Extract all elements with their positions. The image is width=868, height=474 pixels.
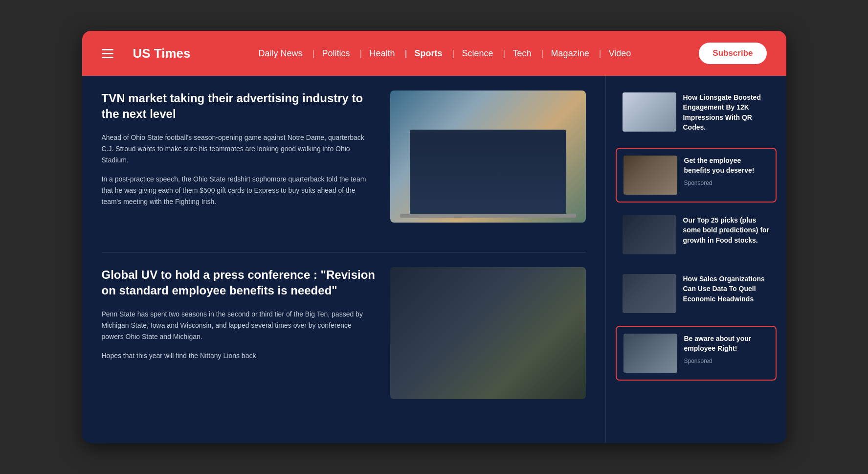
sidebar-item-2[interactable]: Get the employee benefits you deserve! S… xyxy=(616,148,777,203)
articles-section: TVN market taking their advertising indu… xyxy=(82,76,605,443)
article-1: TVN market taking their advertising indu… xyxy=(102,90,586,237)
sidebar-sponsored-label-5: Sponsored xyxy=(684,358,769,364)
nav-science[interactable]: Science xyxy=(452,48,503,59)
laptop-illustration xyxy=(390,90,586,223)
sidebar-item-4[interactable]: How Sales Organizations Can Use Data To … xyxy=(616,267,777,320)
sidebar-title-3[interactable]: Our Top 25 picks (plus some bold predict… xyxy=(683,215,770,245)
sidebar-title-1[interactable]: How Lionsgate Boosted Engagement By 12K … xyxy=(683,92,770,132)
browser-frame: US Times Daily News Politics Health Spor… xyxy=(82,31,786,443)
main-content: TVN market taking their advertising indu… xyxy=(82,76,786,443)
article-2-body1: Penn State has spent two seasons in the … xyxy=(102,309,376,342)
sidebar-thumb-1 xyxy=(623,92,676,132)
article-2-body2: Hopes that this year will find the Nitta… xyxy=(102,350,376,361)
sidebar-title-4[interactable]: How Sales Organizations Can Use Data To … xyxy=(683,274,770,304)
sidebar-title-2[interactable]: Get the employee benefits you deserve! xyxy=(684,156,769,176)
nav-video[interactable]: Video xyxy=(599,48,641,59)
article-1-image-placeholder xyxy=(390,90,586,223)
menu-icon[interactable] xyxy=(102,49,113,58)
header: US Times Daily News Politics Health Spor… xyxy=(82,31,786,76)
article-1-body2: In a post-practice speech, the Ohio Stat… xyxy=(102,174,376,207)
sidebar-text-3: Our Top 25 picks (plus some bold predict… xyxy=(683,215,770,248)
main-nav: Daily News Politics Health Sports Scienc… xyxy=(210,48,680,59)
article-2-image xyxy=(390,267,586,399)
article-1-image xyxy=(390,90,586,223)
site-logo[interactable]: US Times xyxy=(133,46,191,61)
nav-sports[interactable]: Sports xyxy=(405,48,452,59)
article-2-image-placeholder xyxy=(390,267,586,399)
article-1-text: TVN market taking their advertising indu… xyxy=(102,90,376,223)
sidebar-text-2: Get the employee benefits you deserve! S… xyxy=(684,156,769,186)
subscribe-button[interactable]: Subscribe xyxy=(699,43,766,64)
article-1-title[interactable]: TVN market taking their advertising indu… xyxy=(102,90,376,122)
sidebar-text-1: How Lionsgate Boosted Engagement By 12K … xyxy=(683,92,770,135)
sidebar-thumb-3 xyxy=(623,215,676,254)
article-2-title[interactable]: Global UV to hold a press conference : "… xyxy=(102,267,376,299)
sidebar-thumb-4 xyxy=(623,274,676,313)
article-2-text: Global UV to hold a press conference : "… xyxy=(102,267,376,399)
sidebar-item-1[interactable]: How Lionsgate Boosted Engagement By 12K … xyxy=(616,86,777,142)
sidebar-text-5: Be aware about your employee Right! Spon… xyxy=(684,334,769,364)
sidebar-thumb-2 xyxy=(623,156,677,195)
nav-magazine[interactable]: Magazine xyxy=(541,48,599,59)
sidebar-title-5[interactable]: Be aware about your employee Right! xyxy=(684,334,769,354)
nav-daily-news[interactable]: Daily News xyxy=(248,48,312,59)
sidebar-item-5[interactable]: Be aware about your employee Right! Spon… xyxy=(616,326,777,381)
article-2: Global UV to hold a press conference : "… xyxy=(102,252,586,414)
sidebar-item-3[interactable]: Our Top 25 picks (plus some bold predict… xyxy=(616,208,777,261)
sidebar: How Lionsgate Boosted Engagement By 12K … xyxy=(605,76,786,443)
nav-tech[interactable]: Tech xyxy=(503,48,541,59)
nav-politics[interactable]: Politics xyxy=(312,48,359,59)
article-1-body1: Ahead of Ohio State football's season-op… xyxy=(102,132,376,166)
nav-health[interactable]: Health xyxy=(359,48,404,59)
sidebar-thumb-5 xyxy=(623,334,677,373)
conference-illustration xyxy=(390,267,586,399)
sidebar-text-4: How Sales Organizations Can Use Data To … xyxy=(683,274,770,307)
sidebar-sponsored-label-2: Sponsored xyxy=(684,180,769,186)
